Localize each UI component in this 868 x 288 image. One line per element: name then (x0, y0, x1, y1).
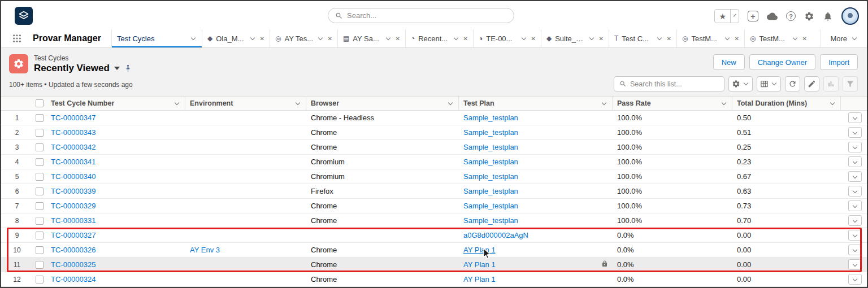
help-icon[interactable]: ? (786, 11, 796, 21)
row-checkbox[interactable] (36, 261, 44, 269)
test-cycle-link[interactable]: TC-00000329 (51, 202, 96, 210)
chevron-down-icon[interactable] (520, 35, 527, 42)
test-cycle-link[interactable]: TC-00000339 (51, 187, 96, 195)
edit-button[interactable] (804, 76, 819, 91)
row-actions-button[interactable] (848, 186, 862, 197)
test-plan-link[interactable]: Sample_testplan (463, 158, 518, 166)
tab-close-icon[interactable]: ✕ (531, 36, 536, 42)
row-checkbox[interactable] (36, 276, 44, 283)
chevron-down-icon[interactable] (447, 100, 454, 107)
column-header-pass-rate[interactable]: Pass Rate (613, 97, 732, 110)
column-header-browser[interactable]: Browser (306, 97, 459, 110)
workspace-tab[interactable]: ◎ TestM... ✕ (744, 29, 812, 47)
workspace-tab[interactable]: ◔ Recent... ✕ (405, 29, 473, 47)
test-plan-link[interactable]: Sample_testplan (463, 216, 518, 225)
list-settings-button[interactable] (728, 76, 753, 91)
environment-link[interactable]: AY Env 3 (190, 246, 220, 254)
change-owner-button[interactable]: Change Owner (749, 54, 815, 70)
row-actions-button[interactable] (848, 156, 862, 167)
workspace-tab[interactable]: ▤ AY Sa... ✕ (337, 29, 405, 47)
tab-close-icon[interactable]: ✕ (802, 36, 807, 42)
row-actions-button[interactable] (848, 127, 862, 138)
column-header-environment[interactable]: Environment (185, 97, 306, 110)
display-switcher-button[interactable] (757, 76, 781, 91)
table-row[interactable]: 6 TC-00000339 Firefox Sample_testplan 10… (1, 184, 867, 199)
tab-close-icon[interactable]: ✕ (327, 36, 332, 42)
table-row[interactable]: 9 TC-00000327 a0G8d000002aAgN 0.0% 0.00 (1, 228, 867, 243)
chevron-down-icon[interactable] (317, 35, 324, 42)
more-tabs-button[interactable]: More (821, 29, 867, 47)
row-actions-button[interactable] (848, 200, 862, 211)
setup-gear-icon[interactable] (804, 11, 814, 21)
row-actions-button[interactable] (848, 171, 862, 182)
global-search[interactable] (328, 8, 514, 23)
chevron-down-icon[interactable] (588, 35, 595, 42)
row-actions-button[interactable] (848, 112, 862, 123)
table-row[interactable]: 4 TC-00000341 Chromium Sample_testplan 1… (1, 155, 867, 169)
chevron-down-icon[interactable] (829, 100, 836, 107)
test-plan-link[interactable]: Sample_testplan (463, 128, 518, 137)
tab-close-icon[interactable]: ✕ (598, 36, 604, 42)
chevron-down-icon[interactable] (731, 13, 739, 20)
test-plan-link[interactable]: AY Plan 1 (463, 260, 496, 269)
test-cycle-link[interactable]: TC-00000324 (51, 275, 96, 283)
row-checkbox[interactable] (36, 187, 44, 195)
chevron-down-icon[interactable] (190, 35, 197, 42)
table-row[interactable]: 2 TC-00000343 Chrome Sample_testplan 100… (1, 125, 867, 140)
test-plan-link[interactable]: a0G8d000002aAgN (463, 231, 528, 239)
chevron-down-icon[interactable] (249, 35, 256, 42)
tab-close-icon[interactable]: ✕ (666, 36, 671, 42)
table-row[interactable]: 11 TC-00000325 Chrome AY Plan 1 0.0% 0.0… (1, 258, 867, 272)
new-button[interactable]: New (713, 54, 745, 70)
row-actions-button[interactable] (848, 142, 862, 152)
test-plan-link[interactable]: Sample_testplan (463, 202, 518, 210)
column-header-test-cycle-number[interactable]: Test Cycle Number (46, 97, 185, 110)
test-cycle-link[interactable]: TC-00000343 (51, 128, 96, 137)
row-checkbox[interactable] (36, 232, 44, 239)
column-header-test-plan[interactable]: Test Plan (459, 97, 613, 110)
table-row[interactable]: 10 TC-00000326 AY Env 3 Chrome AY Plan 1… (1, 243, 867, 258)
test-cycle-link[interactable]: TC-00000326 (51, 246, 96, 254)
global-search-input[interactable] (347, 11, 507, 20)
tab-close-icon[interactable]: ✕ (734, 36, 739, 42)
row-checkbox[interactable] (36, 158, 44, 166)
tab-close-icon[interactable]: ✕ (259, 36, 264, 42)
workspace-tab[interactable]: ◆ Suite_1... ✕ (541, 29, 609, 47)
star-icon[interactable]: ★ (715, 12, 730, 21)
workspace-tab[interactable]: ◆ Ola_M... ✕ (202, 29, 270, 47)
test-plan-link[interactable]: Sample_testplan (463, 187, 518, 195)
user-avatar[interactable] (841, 7, 859, 25)
tab-close-icon[interactable]: ✕ (463, 36, 468, 42)
chevron-down-icon[interactable] (294, 100, 301, 107)
test-plan-link[interactable]: Sample_testplan (463, 172, 518, 181)
list-search[interactable] (614, 76, 724, 91)
table-row[interactable]: 7 TC-00000329 Chrome Sample_testplan 100… (1, 199, 867, 213)
chevron-down-icon[interactable] (724, 35, 731, 42)
test-cycle-link[interactable]: TC-00000347 (51, 114, 96, 122)
row-checkbox[interactable] (36, 246, 44, 254)
table-row[interactable]: 3 TC-00000342 Chrome Sample_testplan 100… (1, 140, 867, 155)
chevron-down-icon[interactable] (385, 35, 392, 42)
test-plan-link[interactable]: Sample_testplan (463, 114, 518, 122)
chart-button[interactable] (823, 76, 839, 91)
test-cycle-link[interactable]: TC-00000342 (51, 143, 96, 151)
import-button[interactable]: Import (820, 54, 858, 70)
tab-close-icon[interactable]: ✕ (395, 36, 400, 42)
test-plan-link[interactable]: AY Plan 1 (463, 275, 496, 283)
filter-button[interactable] (843, 76, 858, 91)
chevron-down-icon[interactable] (601, 100, 607, 107)
row-checkbox[interactable] (36, 143, 44, 151)
row-checkbox[interactable] (36, 202, 44, 210)
row-checkbox[interactable] (36, 129, 44, 137)
list-view-selector[interactable]: Recently Viewed (34, 63, 132, 74)
row-checkbox[interactable] (36, 173, 44, 181)
favorites-button[interactable]: ★ (714, 9, 739, 23)
chevron-down-icon[interactable] (173, 100, 180, 107)
test-cycle-link[interactable]: TC-00000325 (51, 260, 96, 269)
test-plan-link[interactable]: AY Plan 1 (463, 246, 496, 254)
test-cycle-link[interactable]: TC-00000331 (51, 216, 96, 225)
chevron-down-icon[interactable] (453, 35, 459, 42)
row-actions-button[interactable] (848, 230, 862, 241)
table-row[interactable]: 5 TC-00000340 Chromium Sample_testplan 1… (1, 169, 867, 184)
chevron-down-icon[interactable] (721, 100, 727, 107)
